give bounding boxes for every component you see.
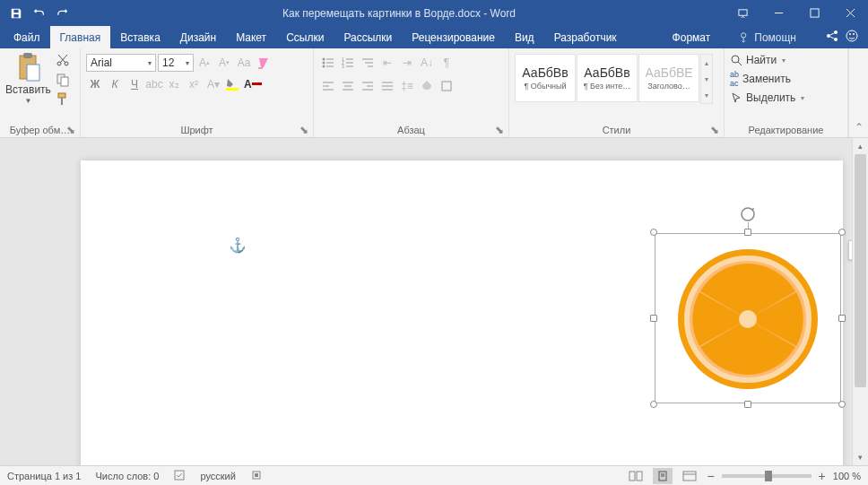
italic-button[interactable]: К xyxy=(106,75,124,93)
tab-file[interactable]: Файл xyxy=(4,26,50,48)
style-normal[interactable]: АаБбВв ¶ Обычный xyxy=(515,54,576,102)
svg-rect-0 xyxy=(738,10,746,15)
subscript-button[interactable]: x₂ xyxy=(165,75,183,93)
font-color-button[interactable]: A xyxy=(244,75,262,93)
numbering-button[interactable]: 123 xyxy=(339,54,357,72)
increase-indent-button[interactable]: ⇥ xyxy=(398,54,416,72)
copy-button[interactable] xyxy=(55,72,71,88)
group-paragraph: 123 ⇤ ⇥ A↓ ¶ ‡≡ Абзац ⬊ xyxy=(314,48,509,137)
resize-handle-e[interactable] xyxy=(838,315,846,322)
tab-developer[interactable]: Разработчик xyxy=(544,26,627,48)
ribbon-options-button[interactable] xyxy=(725,0,760,26)
tab-insert[interactable]: Вставка xyxy=(110,26,170,48)
tab-layout[interactable]: Макет xyxy=(226,26,276,48)
word-count[interactable]: Число слов: 0 xyxy=(95,471,159,481)
svg-rect-2 xyxy=(810,9,818,17)
superscript-button[interactable]: x² xyxy=(185,75,203,93)
highlight-button[interactable] xyxy=(224,75,242,93)
zoom-out-button[interactable]: − xyxy=(707,469,714,483)
tab-design[interactable]: Дизайн xyxy=(170,26,226,48)
borders-button[interactable] xyxy=(438,77,456,95)
collapse-ribbon-button[interactable]: ⌃ xyxy=(848,48,868,137)
paste-dropdown-icon[interactable]: ▼ xyxy=(24,97,31,105)
resize-handle-se[interactable] xyxy=(838,401,846,408)
tab-review[interactable]: Рецензирование xyxy=(402,26,505,48)
scroll-down-button[interactable]: ▾ xyxy=(853,449,868,465)
underline-button[interactable]: Ч xyxy=(126,75,143,93)
font-name-combo[interactable]: Arial▾ xyxy=(86,54,156,72)
scrollbar-thumb[interactable] xyxy=(855,154,866,387)
paragraph-dialog-launcher[interactable]: ⬊ xyxy=(495,124,506,134)
share-button[interactable] xyxy=(825,29,839,46)
bold-button[interactable]: Ж xyxy=(86,75,104,93)
paste-label[interactable]: Вставить xyxy=(5,83,51,96)
tab-mailings[interactable]: Рассылки xyxy=(334,26,402,48)
font-size-combo[interactable]: 12▾ xyxy=(158,54,194,72)
styles-dialog-launcher[interactable]: ⬊ xyxy=(710,124,721,134)
show-marks-button[interactable]: ¶ xyxy=(438,54,456,72)
selected-image[interactable] xyxy=(655,233,841,403)
format-painter-button[interactable] xyxy=(55,91,71,108)
resize-handle-ne[interactable] xyxy=(838,229,846,236)
redo-button[interactable] xyxy=(52,4,74,23)
align-left-button[interactable] xyxy=(319,77,337,95)
clipboard-dialog-launcher[interactable]: ⬊ xyxy=(66,124,77,134)
replace-button[interactable]: abac Заменить xyxy=(730,70,842,88)
page[interactable]: ⚓ xyxy=(81,160,843,465)
save-button[interactable] xyxy=(5,4,27,23)
zoom-in-button[interactable]: + xyxy=(819,469,826,483)
style-nospacing[interactable]: АаБбВв ¶ Без инте… xyxy=(577,54,638,102)
tab-format[interactable]: Формат xyxy=(663,26,721,48)
proofing-icon[interactable] xyxy=(173,469,186,483)
minimize-button[interactable] xyxy=(760,0,796,26)
vertical-scrollbar[interactable]: ▴ ▾ xyxy=(852,138,868,465)
align-right-button[interactable] xyxy=(359,77,377,95)
web-layout-button[interactable] xyxy=(680,468,699,484)
tell-me-search[interactable]: Помощн xyxy=(738,26,796,48)
tab-home[interactable]: Главная xyxy=(50,26,111,48)
decrease-indent-button[interactable]: ⇤ xyxy=(378,54,396,72)
bullets-button[interactable] xyxy=(319,54,337,72)
font-dialog-launcher[interactable]: ⬊ xyxy=(299,124,310,134)
grow-font-button[interactable]: A▴ xyxy=(195,54,213,72)
zoom-level[interactable]: 100 % xyxy=(833,471,861,481)
clear-formatting-button[interactable] xyxy=(255,54,273,72)
resize-handle-w[interactable] xyxy=(650,315,657,322)
scroll-up-button[interactable]: ▴ xyxy=(853,138,868,154)
maximize-button[interactable] xyxy=(796,0,832,26)
macro-indicator[interactable] xyxy=(250,469,263,483)
find-button[interactable]: Найти▾ xyxy=(730,54,842,66)
paste-icon xyxy=(14,52,41,82)
cut-button[interactable] xyxy=(55,52,71,68)
resize-handle-s[interactable] xyxy=(744,401,751,408)
change-case-button[interactable]: Aa xyxy=(235,54,253,72)
resize-handle-n[interactable] xyxy=(744,229,751,236)
shrink-font-button[interactable]: A▾ xyxy=(215,54,233,72)
tab-view[interactable]: Вид xyxy=(505,26,544,48)
read-mode-button[interactable] xyxy=(626,468,646,484)
language-indicator[interactable]: русский xyxy=(200,471,235,481)
text-effects-button[interactable]: A▾ xyxy=(204,75,222,93)
zoom-slider[interactable] xyxy=(722,474,812,478)
style-heading1[interactable]: АаБбВЕ Заголово… xyxy=(638,54,699,102)
undo-button[interactable] xyxy=(29,4,50,23)
resize-handle-sw[interactable] xyxy=(650,401,657,408)
strikethrough-button[interactable]: abc xyxy=(145,75,163,93)
justify-button[interactable] xyxy=(378,77,396,95)
svg-rect-20 xyxy=(61,98,63,105)
sort-button[interactable]: A↓ xyxy=(418,54,436,72)
svg-point-9 xyxy=(846,30,857,41)
svg-point-22 xyxy=(323,58,326,61)
select-button[interactable]: Выделить▾ xyxy=(730,91,842,104)
multilevel-list-button[interactable] xyxy=(359,54,377,72)
styles-gallery-nav[interactable]: ▴▾▾ xyxy=(700,54,713,104)
resize-handle-nw[interactable] xyxy=(650,229,657,236)
tab-references[interactable]: Ссылки xyxy=(276,26,334,48)
align-center-button[interactable] xyxy=(339,77,357,95)
line-spacing-button[interactable]: ‡≡ xyxy=(398,77,416,95)
print-layout-button[interactable] xyxy=(653,468,673,484)
shading-button[interactable] xyxy=(418,77,436,95)
feedback-button[interactable] xyxy=(845,29,859,46)
page-indicator[interactable]: Страница 1 из 1 xyxy=(7,471,81,481)
close-button[interactable] xyxy=(832,0,868,26)
